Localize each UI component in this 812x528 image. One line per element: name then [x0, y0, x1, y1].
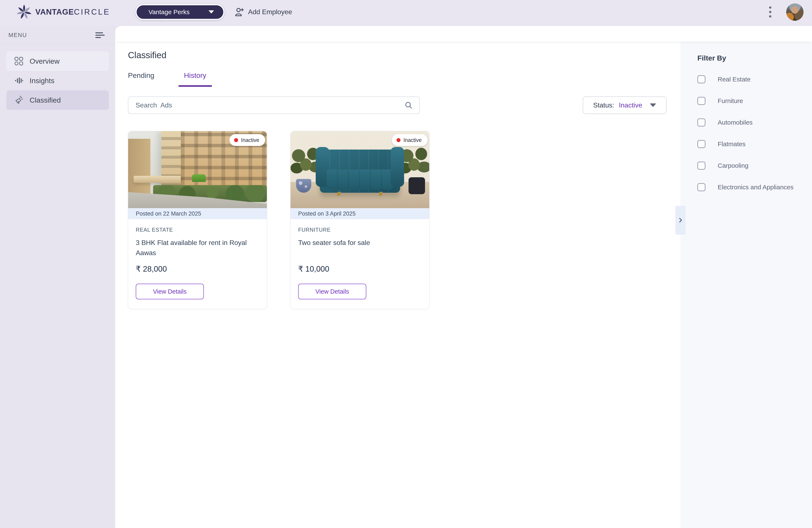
filter-option-flatmates[interactable]: Flatmates [697, 140, 803, 148]
hamburger-menu-icon[interactable] [96, 32, 105, 38]
sidebar-item-insights[interactable]: Insights [6, 71, 109, 90]
ad-title: Two seater sofa for sale [298, 238, 422, 258]
ad-price: ₹ 28,000 [136, 265, 259, 273]
filter-options: Real Estate Furniture Automobiles [697, 75, 803, 191]
red-dot-icon [396, 138, 401, 142]
tab-bar: Pending History [128, 71, 667, 87]
content-row: Classified Pending History [115, 42, 812, 528]
red-dot-icon [234, 138, 238, 142]
checkbox[interactable] [697, 97, 706, 105]
card-body: FURNITURE Two seater sofa for sale ₹ 10,… [291, 219, 429, 309]
ad-image: Inactive [291, 131, 429, 208]
ad-card-furniture: Inactive Posted on 3 April 2025 FURNITUR… [290, 131, 430, 309]
filter-option-electronics-appliances[interactable]: Electronics and Appliances [697, 183, 803, 191]
megaphone-icon [14, 96, 24, 104]
ad-card-real-estate: Inactive Posted on 22 March 2025 REAL ES… [128, 131, 267, 309]
filter-option-automobiles[interactable]: Automobiles [697, 118, 803, 127]
ad-category: REAL ESTATE [136, 227, 259, 233]
ad-price: ₹ 10,000 [298, 265, 422, 273]
search-box [128, 97, 420, 114]
topbar: VANTAGECIRCLE Vantage Perks Add Employee [0, 0, 812, 26]
status-badge: Inactive [229, 134, 265, 146]
left-sidebar: MENU Ov [0, 26, 115, 528]
search-icon[interactable] [405, 101, 413, 110]
ad-title: 3 BHK Flat available for rent in Royal A… [136, 238, 259, 258]
audio-wave-icon [14, 76, 24, 85]
checkbox[interactable] [697, 118, 706, 127]
card-body: REAL ESTATE 3 BHK Flat available for ren… [128, 219, 267, 309]
content-header-strip [115, 26, 812, 42]
search-input[interactable] [135, 101, 405, 109]
add-employee-label: Add Employee [248, 8, 292, 16]
filter-option-furniture[interactable]: Furniture [697, 97, 803, 105]
page-title: Classified [128, 50, 667, 60]
view-details-button[interactable]: View Details [298, 284, 366, 299]
content-wrap: Classified Pending History [115, 26, 812, 528]
tab-history[interactable]: History [184, 71, 206, 87]
sidebar-nav: Overview Insights [0, 52, 115, 110]
sidebar-item-overview[interactable]: Overview [6, 52, 109, 71]
more-options-kebab-icon[interactable] [764, 6, 777, 18]
collapse-panel-button[interactable] [676, 206, 685, 234]
view-details-button[interactable]: View Details [136, 284, 204, 299]
status-value: Inactive [619, 101, 642, 109]
sidebar-item-classified[interactable]: Classified [6, 90, 109, 110]
sidebar-item-label: Classified [30, 96, 61, 104]
checkbox[interactable] [697, 183, 706, 191]
checkbox[interactable] [697, 162, 706, 170]
checkbox[interactable] [697, 140, 706, 148]
sidebar-item-label: Overview [30, 57, 60, 66]
toolbar: Status: Inactive [128, 97, 667, 114]
app-root: VANTAGECIRCLE Vantage Perks Add Employee… [0, 0, 812, 528]
content-card: Classified Pending History [115, 26, 812, 528]
filter-panel: Filter By Real Estate Furniture [680, 42, 812, 528]
ad-image: Inactive [128, 131, 267, 208]
status-label: Status: [593, 101, 614, 109]
person-plus-icon [234, 7, 244, 17]
vantage-circle-logo: VANTAGECIRCLE [16, 4, 110, 20]
chevron-down-icon [650, 103, 656, 107]
filter-by-title: Filter By [697, 54, 803, 62]
body-row: MENU Ov [0, 26, 812, 528]
posted-date: Posted on 22 March 2025 [128, 208, 267, 219]
posted-date: Posted on 3 April 2025 [291, 208, 429, 219]
chevron-right-icon [677, 217, 684, 223]
logo-flower-icon [16, 4, 32, 20]
ad-category: FURNITURE [298, 227, 422, 233]
user-avatar[interactable] [786, 3, 803, 21]
checkbox[interactable] [697, 75, 706, 83]
chevron-down-icon [208, 10, 214, 14]
main-area: Classified Pending History [115, 42, 680, 528]
status-badge: Inactive [392, 134, 427, 146]
ads-card-grid: Inactive Posted on 22 March 2025 REAL ES… [128, 131, 667, 309]
add-employee-button[interactable]: Add Employee [234, 7, 292, 17]
logo-wordmark: VANTAGECIRCLE [35, 8, 110, 16]
sidebar-item-label: Insights [30, 76, 54, 85]
menu-header: MENU [0, 32, 115, 44]
app-switcher-dropdown[interactable]: Vantage Perks [135, 4, 224, 20]
app-switcher-label: Vantage Perks [148, 9, 190, 16]
filter-option-real-estate[interactable]: Real Estate [697, 75, 803, 83]
tab-pending[interactable]: Pending [128, 71, 154, 87]
grid-dashboard-icon [14, 57, 24, 66]
filter-option-carpooling[interactable]: Carpooling [697, 162, 803, 170]
menu-label: MENU [9, 32, 27, 39]
status-dropdown[interactable]: Status: Inactive [583, 97, 667, 114]
